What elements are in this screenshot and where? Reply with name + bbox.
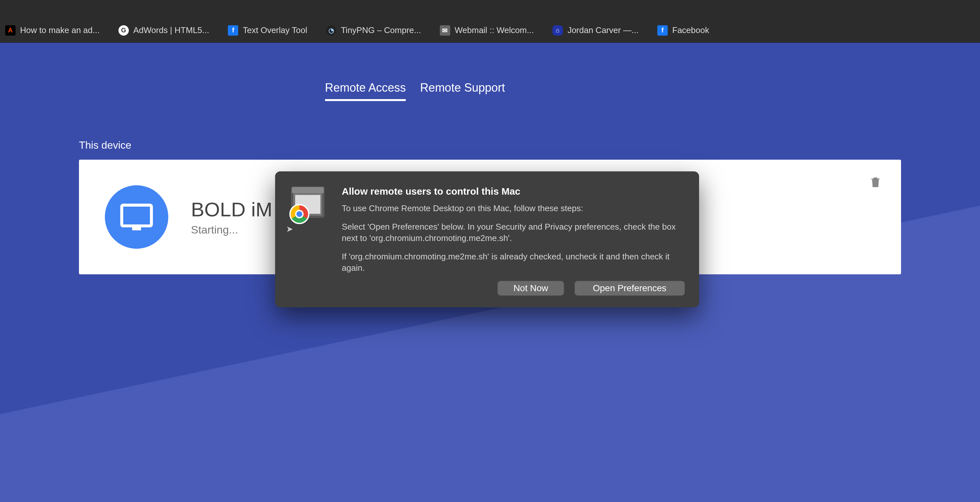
remote-desktop-app-icon: ➤ <box>290 186 331 296</box>
bookmark-favicon: ⌂ <box>552 25 563 36</box>
dialog-title: Allow remote users to control this Mac <box>342 186 685 197</box>
bookmark-label: How to make an ad... <box>20 25 100 35</box>
dialog-text: If 'org.chromium.chromoting.me2me.sh' is… <box>342 251 685 274</box>
not-now-button[interactable]: Not Now <box>498 281 564 296</box>
bookmark-item[interactable]: ⌂ Jordan Carver —... <box>549 23 642 38</box>
bookmark-favicon: G <box>118 25 129 36</box>
bookmark-label: AdWords | HTML5... <box>133 25 209 35</box>
chrome-icon <box>290 204 309 224</box>
section-title: This device <box>79 139 901 151</box>
dialog-text: Select 'Open Preferences' below. In your… <box>342 221 685 244</box>
bookmark-item[interactable]: f Text Overlay Tool <box>224 23 310 38</box>
open-preferences-button[interactable]: Open Preferences <box>574 281 685 296</box>
bookmark-label: Jordan Carver —... <box>567 25 638 35</box>
bookmarks-bar: A How to make an ad... G AdWords | HTML5… <box>0 18 980 43</box>
trash-icon[interactable] <box>869 175 882 190</box>
bookmark-favicon: f <box>657 25 668 36</box>
main-tabs: Remote Access Remote Support <box>325 75 901 100</box>
monitor-icon <box>105 185 168 249</box>
bookmark-label: TinyPNG – Compre... <box>341 25 421 35</box>
bookmark-favicon: ✉ <box>440 25 450 36</box>
bookmark-label: Facebook <box>672 25 709 35</box>
bookmark-label: Webmail :: Welcom... <box>455 25 534 35</box>
device-name: BOLD iM <box>191 198 272 221</box>
bookmark-item[interactable]: f Facebook <box>654 23 712 38</box>
system-dialog: ➤ Allow remote users to control this Mac… <box>275 171 699 308</box>
bookmark-item[interactable]: G AdWords | HTML5... <box>115 23 213 38</box>
bookmark-item[interactable]: ✉ Webmail :: Welcom... <box>437 23 537 38</box>
bookmark-favicon: A <box>5 25 16 36</box>
device-status: Starting... <box>191 223 272 236</box>
tab-remote-access[interactable]: Remote Access <box>325 75 406 100</box>
bookmark-favicon: ◔ <box>326 25 336 36</box>
bookmark-favicon: f <box>228 25 238 36</box>
bookmark-item[interactable]: ◔ TinyPNG – Compre... <box>323 23 424 38</box>
bookmark-item[interactable]: A How to make an ad... <box>2 23 103 38</box>
page-body: Remote Access Remote Support This device… <box>0 43 980 502</box>
browser-tab-strip <box>0 0 980 18</box>
dialog-text: To use Chrome Remote Desktop on this Mac… <box>342 203 685 214</box>
bookmark-label: Text Overlay Tool <box>243 25 307 35</box>
tab-remote-support[interactable]: Remote Support <box>420 75 505 100</box>
cursor-icon: ➤ <box>286 224 293 234</box>
